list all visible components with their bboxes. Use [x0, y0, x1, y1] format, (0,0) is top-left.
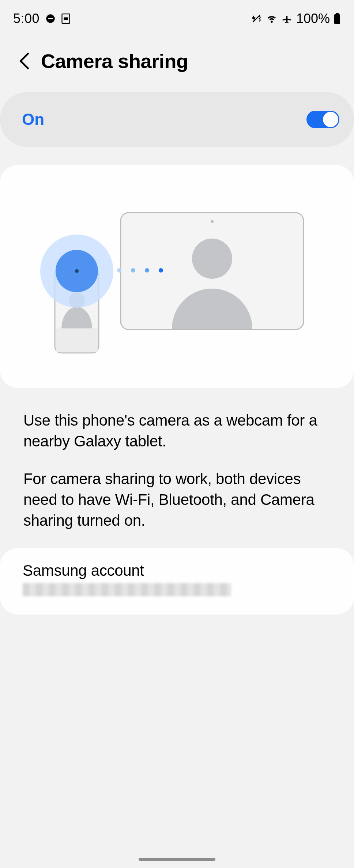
- vibrate-icon: [251, 13, 262, 24]
- samsung-account-title: Samsung account: [23, 562, 331, 579]
- illustration-card: [0, 165, 354, 388]
- master-toggle-card[interactable]: On: [0, 92, 354, 147]
- status-time: 5:00: [13, 11, 39, 26]
- description-line2: For camera sharing to work, both devices…: [23, 468, 331, 531]
- samsung-account-card[interactable]: Samsung account: [0, 548, 354, 614]
- battery-icon: [334, 13, 341, 24]
- status-left: 5:00: [13, 11, 70, 26]
- dnd-icon: [45, 14, 56, 24]
- battery-text: 100%: [296, 11, 330, 26]
- svg-rect-1: [48, 18, 53, 19]
- master-toggle-label: On: [22, 110, 44, 129]
- svg-point-19: [75, 269, 79, 273]
- samsung-account-email: [23, 583, 231, 596]
- wifi-icon: [266, 14, 278, 24]
- description: Use this phone's camera as a webcam for …: [0, 388, 354, 531]
- status-right: 100%: [251, 11, 341, 26]
- page-header: Camera sharing: [0, 37, 354, 92]
- card-icon: [61, 14, 70, 24]
- svg-point-9: [192, 239, 232, 279]
- svg-point-13: [159, 268, 163, 273]
- svg-point-10: [117, 268, 121, 273]
- svg-point-12: [145, 268, 149, 273]
- camera-sharing-illustration: [0, 165, 354, 388]
- svg-rect-6: [334, 14, 340, 24]
- master-toggle-switch[interactable]: [306, 111, 339, 128]
- airplane-icon: [282, 13, 293, 24]
- back-icon[interactable]: [18, 52, 32, 70]
- page-title: Camera sharing: [41, 50, 188, 72]
- status-bar: 5:00 100%: [0, 0, 354, 37]
- navigation-handle[interactable]: [139, 858, 215, 861]
- description-line1: Use this phone's camera as a webcam for …: [23, 410, 331, 452]
- svg-point-8: [211, 220, 214, 223]
- svg-rect-5: [336, 13, 339, 14]
- svg-point-11: [131, 268, 135, 273]
- svg-rect-16: [56, 328, 98, 352]
- svg-rect-3: [64, 18, 68, 20]
